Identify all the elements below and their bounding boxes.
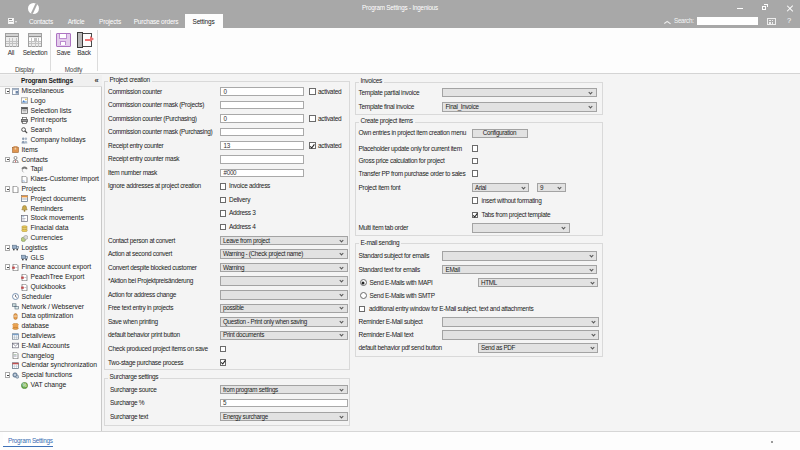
svg-text:%: % [22, 383, 26, 388]
